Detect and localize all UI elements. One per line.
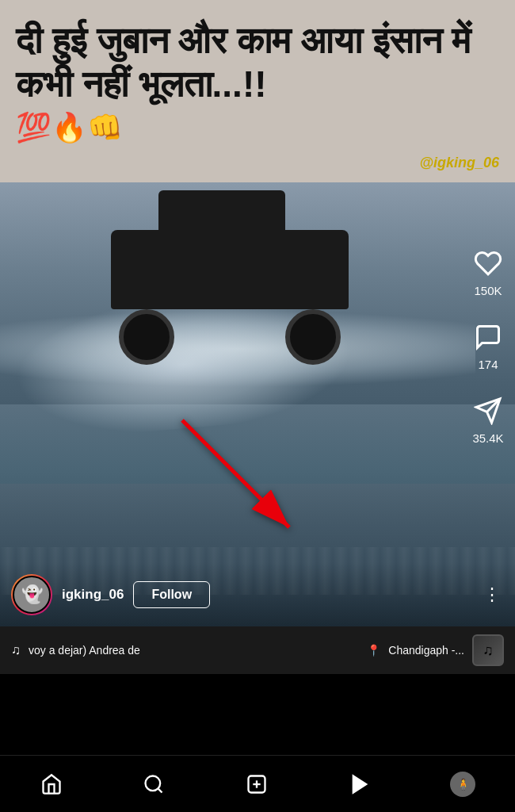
reels-icon[interactable] [348, 772, 372, 796]
nav-home[interactable] [40, 772, 63, 796]
comment-count: 174 [478, 358, 498, 371]
video-bottom-bar: 👻 igking_06 Follow ⋮ [0, 563, 515, 626]
share-count: 35.4K [472, 431, 503, 445]
share-icon[interactable] [471, 393, 505, 428]
comment-icon[interactable] [471, 320, 505, 354]
action-buttons-container: 150K 174 35.4K [471, 246, 505, 445]
comment-action[interactable]: 174 [471, 320, 505, 371]
user-info: 👻 igking_06 Follow [11, 574, 210, 615]
nav-reels[interactable] [348, 772, 372, 796]
jeep-body [111, 230, 349, 309]
svg-line-5 [158, 788, 162, 792]
emoji-line: 💯🔥👊 [16, 111, 499, 144]
music-text: voy a dejar) Andrea de [29, 644, 359, 657]
music-thumb-icon: ♫ [483, 642, 494, 659]
profile-nav-avatar[interactable]: 🧍 [450, 772, 475, 797]
search-icon[interactable] [142, 772, 166, 796]
top-text-section: दी हुई जुबान और काम आया इंसान में कभी नह… [0, 0, 515, 182]
create-icon[interactable] [245, 772, 269, 796]
avatar-emoji: 👻 [21, 584, 43, 605]
music-thumbnail[interactable]: ♫ [472, 634, 504, 666]
svg-marker-9 [353, 776, 365, 792]
watermark-text: @igking_06 [419, 155, 499, 171]
nav-profile[interactable]: 🧍 [450, 772, 475, 797]
nav-search[interactable] [142, 772, 166, 796]
red-arrow-indicator [158, 404, 317, 550]
like-count: 150K [474, 284, 502, 297]
jeep-wheel-left [119, 309, 174, 365]
svg-point-4 [146, 776, 161, 791]
share-action[interactable]: 35.4K [471, 393, 505, 445]
hindi-text: दी हुई जुबान और काम आया इंसान में कभी नह… [16, 19, 499, 106]
avatar-ring[interactable]: 👻 [11, 574, 52, 615]
like-action[interactable]: 150K [471, 246, 505, 297]
follow-button[interactable]: Follow [133, 581, 210, 608]
location-pin-icon: 📍 [367, 644, 380, 657]
jeep-vehicle [63, 230, 380, 357]
location-text: Chandigарh -... [388, 644, 464, 657]
video-section: 150K 174 35.4K [0, 182, 515, 626]
username-label: igking_06 [62, 587, 124, 603]
home-icon[interactable] [40, 772, 63, 796]
jeep-wheel-right [285, 309, 341, 365]
profile-nav-icon: 🧍 [456, 778, 470, 791]
bottom-navigation: 🧍 [0, 755, 515, 812]
svg-line-1 [182, 420, 289, 527]
more-options-button[interactable]: ⋮ [480, 584, 504, 605]
avatar: 👻 [13, 576, 51, 614]
like-icon[interactable] [471, 246, 505, 281]
music-ticker-bar[interactable]: ♫ voy a dejar) Andrea de 📍 Chandigарh -.… [0, 626, 515, 674]
nav-create[interactable] [245, 772, 269, 796]
music-note-icon: ♫ [11, 643, 21, 657]
